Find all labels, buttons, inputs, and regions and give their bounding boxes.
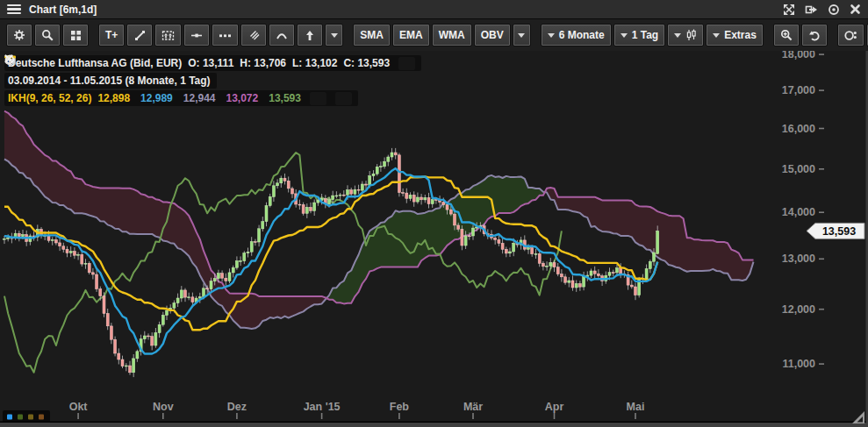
wma-button[interactable]: WMA	[432, 24, 472, 46]
toolbar-group-indicators: SMA EMA WMA OBV	[353, 24, 530, 46]
chevron-down-icon	[331, 33, 338, 38]
trendline-icon	[134, 30, 146, 41]
arrow-tool-button[interactable]	[297, 24, 323, 46]
trendline-tool-button[interactable]	[126, 24, 153, 46]
indicator-value: 12,944	[183, 92, 216, 104]
search-button[interactable]	[34, 24, 61, 46]
svg-text:13,000: 13,000	[782, 253, 815, 265]
chart-window: Chart [6m,1d]	[0, 0, 868, 427]
svg-text:Mär: Mär	[463, 401, 483, 413]
period-text: 03.09.2014 - 11.05.2015 (8 Monate, 1 Tag…	[8, 75, 211, 87]
sma-button[interactable]: SMA	[353, 24, 391, 46]
arc-icon	[276, 30, 288, 40]
chart-type-dropdown[interactable]	[667, 24, 704, 46]
text-tool-button[interactable]: T+	[98, 24, 125, 46]
svg-text:Mai: Mai	[627, 401, 645, 413]
close-icon[interactable]	[850, 4, 861, 15]
ohlc-low: L: 13,102	[292, 57, 337, 69]
search-icon	[41, 29, 54, 41]
popout-icon[interactable]	[805, 4, 818, 16]
title-bar: Chart [6m,1d]	[0, 0, 868, 19]
dotted-line-tool-button[interactable]	[212, 24, 239, 46]
indicator-value: 13,072	[226, 92, 259, 104]
indicators-dropdown[interactable]	[513, 24, 531, 46]
ema-button[interactable]: EMA	[392, 24, 430, 46]
indicator-label: IKH(9, 26, 52, 26)	[8, 92, 91, 104]
indicator-row: IKH(9, 26, 52, 26) 12,89812,98912,94413,…	[4, 90, 358, 106]
svg-text:Dez: Dez	[227, 401, 247, 413]
toolbar-group-period: 6 Monate 1 Tag Extras	[541, 24, 764, 46]
obv-button[interactable]: OBV	[474, 24, 511, 46]
ohlc-high: H: 13,706	[240, 57, 286, 69]
svg-text:13,593: 13,593	[822, 225, 856, 238]
sma-label: SMA	[360, 29, 384, 41]
toolbar-group-drawing: T+	[98, 24, 343, 46]
obv-label: OBV	[481, 29, 504, 41]
undo-button[interactable]	[801, 24, 828, 46]
ohlc-open: O: 13,111	[188, 57, 233, 69]
gear-icon	[13, 29, 25, 41]
svg-text:14,000: 14,000	[782, 206, 815, 218]
chevron-down-icon	[713, 33, 720, 38]
grid-icon	[70, 30, 82, 41]
timeframe-dropdown[interactable]: 6 Monate	[541, 24, 612, 46]
instrument-name: Deutsche Lufthansa AG (Bid, EUR)	[8, 57, 182, 69]
status-dot-green	[18, 415, 23, 420]
pencil-icon	[248, 30, 260, 41]
price-axis[interactable]: 18,00017,00016,00015,00014,00013,00012,0…	[782, 51, 864, 370]
layout-grid-button[interactable]	[62, 24, 89, 46]
drawing-tools-dropdown[interactable]	[325, 24, 343, 46]
svg-text:11,000: 11,000	[782, 358, 815, 370]
arrow-up-icon	[305, 30, 315, 41]
extras-label: Extras	[724, 29, 757, 41]
window-title: Chart [6m,1d]	[29, 4, 97, 16]
target-icon[interactable]	[828, 4, 840, 16]
channel-icon	[161, 30, 175, 41]
channel-tool-button[interactable]	[154, 24, 182, 46]
period-row: 03.09.2014 - 11.05.2015 (8 Monate, 1 Tag…	[4, 73, 217, 89]
svg-text:15,000: 15,000	[782, 163, 815, 175]
timeframe-label: 6 Monate	[559, 29, 605, 41]
window-controls	[783, 4, 861, 16]
indicator-visibility-toggle[interactable]	[310, 92, 326, 105]
candlestick-icon	[685, 29, 697, 41]
chart-legend: Deutsche Lufthansa AG (Bid, EUR) O: 13,1…	[4, 54, 421, 107]
svg-text:16,000: 16,000	[782, 123, 815, 135]
svg-text:17,000: 17,000	[782, 84, 815, 96]
chart-area[interactable]: 18,00017,00016,00015,00014,00013,00012,0…	[0, 51, 868, 427]
undo-icon	[808, 30, 821, 41]
close-icon	[4, 54, 13, 63]
zoom-in-button[interactable]	[773, 24, 800, 46]
indicator-remove-button[interactable]	[335, 92, 352, 105]
arc-tool-button[interactable]	[269, 24, 295, 46]
instrument-visibility-toggle[interactable]	[398, 57, 415, 70]
freehand-tool-button[interactable]	[240, 24, 267, 46]
zoom-in-icon	[780, 29, 793, 41]
svg-text:18,000: 18,000	[782, 51, 815, 60]
toolbar-group-right	[837, 24, 868, 46]
maximize-icon[interactable]	[783, 4, 795, 16]
price-chart[interactable]: 18,00017,00016,00015,00014,00013,00012,0…	[0, 51, 868, 427]
menu-icon[interactable]	[7, 4, 21, 15]
chevron-down-icon	[674, 33, 681, 38]
status-dot-blue	[7, 415, 12, 420]
svg-text:Jan '15: Jan '15	[304, 401, 341, 413]
chevron-down-icon	[548, 33, 555, 38]
dotted-line-icon	[219, 30, 232, 41]
toolbar-group-general	[6, 24, 89, 46]
horizontal-line-tool-button[interactable]	[183, 24, 210, 46]
ema-label: EMA	[399, 29, 423, 41]
ichimoku-cloud	[4, 111, 754, 329]
settings-button[interactable]	[6, 24, 32, 46]
indicator-values: 12,89812,98912,94413,07213,593	[97, 92, 301, 104]
indicator-value: 12,898	[97, 92, 130, 104]
interval-label: 1 Tag	[632, 29, 658, 41]
extras-dropdown[interactable]: Extras	[706, 24, 764, 46]
bubble-settings-button[interactable]	[837, 24, 864, 46]
svg-text:Okt: Okt	[69, 401, 89, 413]
status-dot-yellow	[28, 415, 33, 420]
time-axis[interactable]: OktNovDezJan '15FebMärAprMai	[69, 401, 645, 419]
wma-label: WMA	[439, 29, 465, 41]
interval-dropdown[interactable]: 1 Tag	[613, 24, 665, 46]
toolbar: T+ SMA EM	[0, 19, 868, 51]
